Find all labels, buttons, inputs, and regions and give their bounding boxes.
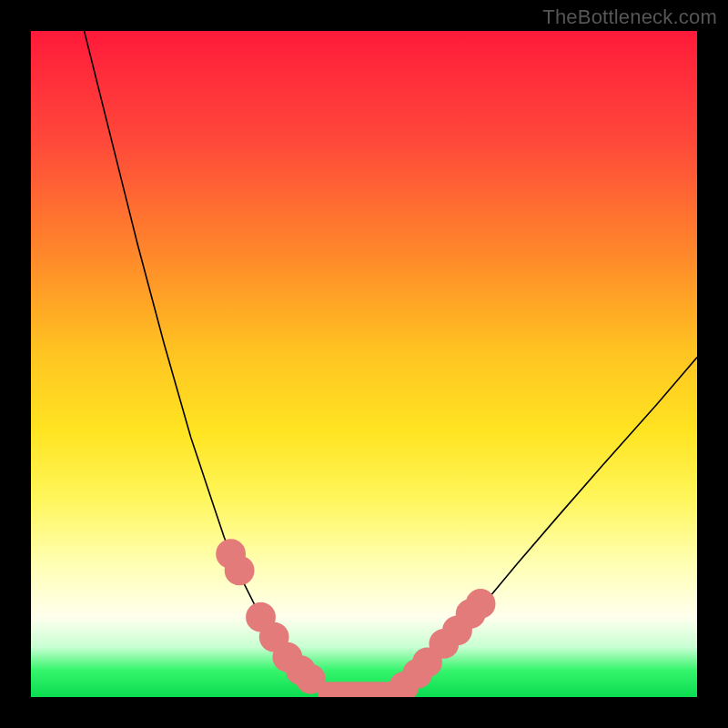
markers-right-group [389, 589, 496, 697]
chart-frame: TheBottleneck.com [0, 0, 728, 728]
marker-dot [296, 664, 326, 694]
chart-overlay [31, 31, 697, 697]
curve-left-branch [85, 31, 331, 693]
marker-dot [466, 589, 496, 619]
markers-left-group [216, 539, 326, 693]
valley-marker-band [318, 682, 401, 697]
marker-dot [225, 556, 255, 586]
watermark-text: TheBottleneck.com [542, 5, 717, 29]
